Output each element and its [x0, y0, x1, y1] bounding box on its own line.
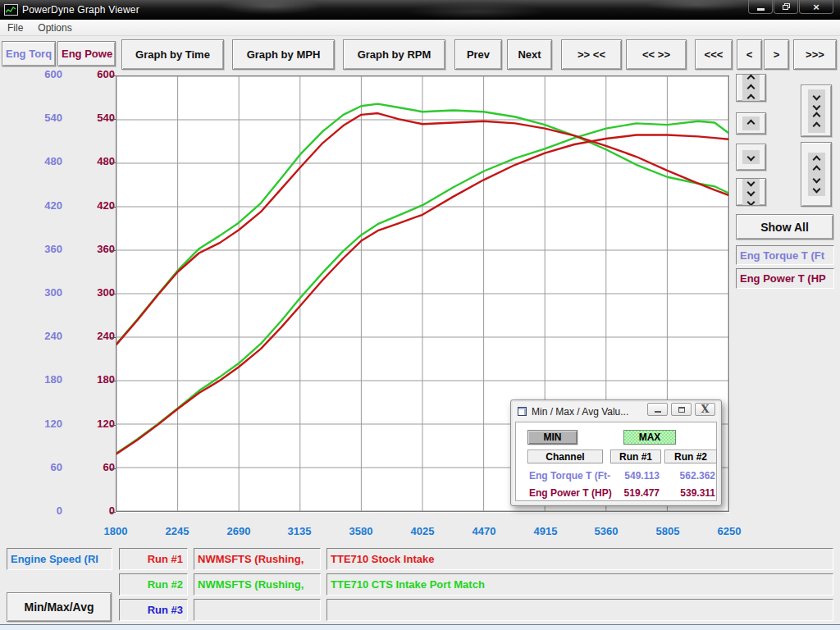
run2-note-box[interactable]: TTE710 CTS Intake Port Match: [326, 573, 833, 596]
x-tick-3580: 3580: [336, 525, 386, 537]
scale-up-button[interactable]: [736, 112, 766, 135]
power-channel-box[interactable]: Eng Power T (HP: [736, 268, 834, 289]
max-toggle-button[interactable]: MAX: [623, 430, 676, 445]
y-tick-torque-180: 180: [5, 373, 62, 386]
y-tick-mark: [111, 250, 116, 251]
run3-file-box[interactable]: [194, 599, 321, 621]
y-tick-power-0: 0: [66, 504, 115, 517]
close-button[interactable]: ×: [799, 0, 833, 14]
x-tick-5805: 5805: [643, 525, 692, 537]
y-tick-mark: [111, 207, 116, 208]
run3-note-box[interactable]: [326, 599, 833, 621]
title-bar[interactable]: PowerDyne Graph Viewer ×: [0, 0, 840, 20]
scroll-left-button[interactable]: <: [737, 39, 762, 70]
x-tick-1800: 1800: [91, 525, 140, 537]
show-all-button[interactable]: Show All: [736, 214, 833, 240]
column-header-channel[interactable]: Channel: [527, 450, 603, 463]
channel-button-power[interactable]: Eng Powe: [57, 41, 116, 66]
collapse-vertical-button[interactable]: [801, 84, 832, 137]
maximize-icon: [678, 407, 685, 413]
x-tick-5360: 5360: [582, 525, 631, 537]
x-tick-2245: 2245: [153, 525, 202, 537]
prev-button[interactable]: Prev: [454, 39, 502, 70]
table-cell-channel: Eng Torque T (Ft-: [529, 470, 615, 482]
chevron-down-icon: [742, 150, 760, 164]
minmaxavg-button[interactable]: Min/Max/Avg: [7, 592, 112, 622]
y-tick-torque-120: 120: [5, 418, 62, 430]
y-tick-torque-480: 480: [5, 155, 62, 167]
restore-button[interactable]: [774, 0, 798, 14]
y-tick-power-540: 540: [66, 112, 115, 124]
zoom-in-x-button[interactable]: >> <<: [561, 39, 622, 70]
graph-by-mph-button[interactable]: Graph by MPH: [232, 39, 335, 70]
y-tick-mark: [111, 381, 116, 381]
scale-down-button[interactable]: [736, 144, 766, 171]
y-tick-mark: [111, 337, 116, 338]
window-title: PowerDyne Graph Viewer: [22, 4, 139, 16]
y-tick-power-360: 360: [66, 243, 115, 255]
table-cell-value: 519.477: [612, 487, 660, 499]
y-tick-mark: [111, 119, 116, 120]
next-button[interactable]: Next: [507, 39, 552, 70]
channel-button-torque[interactable]: Eng Torq: [2, 41, 56, 66]
y-tick-torque-420: 420: [5, 199, 62, 212]
y-tick-power-420: 420: [66, 199, 115, 212]
minmax-minimize-button[interactable]: [647, 403, 668, 416]
y-tick-torque-540: 540: [5, 112, 62, 124]
y-tick-mark: [111, 512, 116, 513]
y-tick-mark: [111, 425, 116, 426]
y-tick-torque-240: 240: [5, 330, 62, 342]
y-tick-torque-300: 300: [5, 286, 62, 299]
y-tick-power-300: 300: [66, 286, 115, 299]
close-icon: ×: [813, 1, 819, 13]
expand-vertical-button[interactable]: [801, 142, 832, 207]
y-tick-torque-600: 600: [5, 68, 62, 80]
x-channel-box[interactable]: Engine Speed (RI: [7, 548, 112, 570]
y-tick-mark: [111, 468, 116, 469]
table-cell-channel: Eng Power T (HP): [529, 487, 615, 499]
minmax-maximize-button[interactable]: [671, 403, 692, 416]
zoom-out-x-button[interactable]: << >>: [626, 39, 687, 70]
minmax-close-button[interactable]: X: [695, 403, 715, 416]
torque-channel-box[interactable]: Eng Torque T (Ft: [736, 245, 834, 265]
y-tick-mark: [111, 75, 116, 76]
column-header-run2[interactable]: Run #2: [664, 450, 717, 463]
chevron-up-icon: [742, 116, 760, 130]
y-tick-power-180: 180: [66, 373, 115, 386]
menu-options[interactable]: Options: [30, 21, 79, 35]
y-tick-power-600: 600: [66, 68, 115, 80]
collapse-vertical-icon: [808, 89, 825, 133]
scroll-far-left-button[interactable]: <<<: [695, 39, 733, 70]
expand-vertical-icon: [808, 153, 825, 196]
y-tick-torque-0: 0: [5, 504, 62, 517]
x-tick-3135: 3135: [275, 525, 324, 537]
scale-min-down-button[interactable]: [736, 178, 766, 206]
table-cell-value: 549.113: [612, 470, 660, 482]
minimize-button[interactable]: [748, 0, 773, 14]
scroll-far-right-button[interactable]: >>>: [793, 39, 837, 70]
menu-file[interactable]: File: [0, 21, 30, 35]
scroll-right-button[interactable]: >: [764, 39, 789, 70]
minmax-window-body: MIN MAX Channel Run #1 Run #2 Eng Torque…: [515, 422, 717, 501]
minmax-values-window[interactable]: Min / Max / Avg Valu... X MIN MAX Channe…: [510, 399, 722, 506]
minmax-window-titlebar[interactable]: Min / Max / Avg Valu... X: [514, 403, 719, 420]
run1-label-box: Run #1: [119, 548, 188, 570]
triple-chevron-up-icon: [742, 74, 760, 102]
y-tick-power-60: 60: [66, 461, 115, 473]
scale-max-up-button[interactable]: [736, 74, 766, 102]
column-header-run1[interactable]: Run #1: [610, 450, 661, 463]
run1-note-box[interactable]: TTE710 Stock Intake: [326, 548, 833, 570]
graph-by-rpm-button[interactable]: Graph by RPM: [343, 39, 445, 70]
table-cell-value: 539.311: [666, 487, 715, 499]
y-tick-torque-60: 60: [5, 461, 62, 473]
minmax-window-title: Min / Max / Avg Valu...: [532, 406, 628, 418]
y-tick-torque-360: 360: [5, 243, 62, 255]
min-toggle-button[interactable]: MIN: [527, 430, 578, 445]
x-tick-4470: 4470: [459, 525, 509, 537]
graph-by-time-button[interactable]: Graph by Time: [121, 39, 224, 70]
y-tick-power-120: 120: [66, 418, 115, 430]
run1-file-box[interactable]: NWMSFTS (Rushing,: [194, 548, 321, 570]
run2-file-box[interactable]: NWMSFTS (Rushing,: [194, 573, 321, 596]
triple-chevron-down-icon: [742, 178, 760, 206]
menu-bar: File Options: [0, 20, 840, 36]
